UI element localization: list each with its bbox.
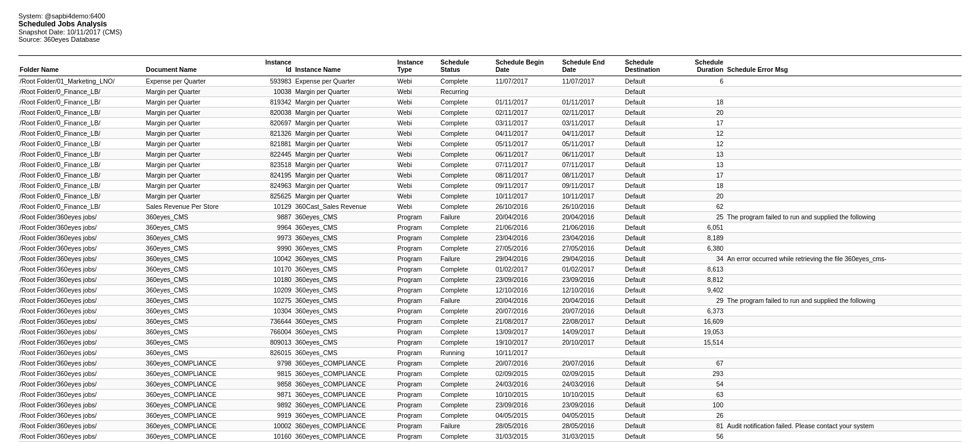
cell-instName: 360eyes_CMS [294,264,396,275]
cell-schedStatus: Complete [439,306,494,316]
cell-schedStatus: Complete [439,149,494,160]
cell-doc: 360eyes_CMS [145,337,247,348]
cell-doc: 360eyes_CMS [145,254,247,264]
cell-instName: 360eyes_CMS [294,275,396,285]
cell-instType: Program [396,222,439,233]
cell-instName: Margin per Quarter [294,87,396,97]
cell-schedDest: Default [624,191,679,202]
cell-instName: 360eyes_CMS [294,233,396,243]
cell-schedDur: 6,380 [679,243,726,254]
cell-schedDur: 29 [679,296,726,306]
cell-instId: 10002 [247,421,294,431]
cell-schedStatus: Complete [439,390,494,400]
cell-schedBegin: 20/04/2016 [494,296,561,306]
cell-schedBegin: 01/11/2017 [494,97,561,108]
cell-schedStatus: Failure [439,212,494,222]
cell-schedEnd: 12/10/2016 [561,285,623,296]
cell-schedErr [726,149,962,160]
cell-schedDest: Default [624,254,679,264]
cell-folder: /Root Folder/360eyes jobs/ [18,212,145,222]
cell-schedBegin: 20/04/2016 [494,212,561,222]
cell-schedEnd: 24/03/2016 [561,379,623,390]
cell-instType: Webi [396,191,439,202]
cell-instId: 824963 [247,181,294,191]
cell-doc: 360eyes_CMS [145,348,247,358]
cell-schedDest: Default [624,160,679,170]
col-schedule-status: ScheduleStatus [439,56,494,76]
cell-doc: 360eyes_COMPLIANCE [145,379,247,390]
cell-instId: 593983 [247,76,294,87]
cell-instType: Webi [396,76,439,87]
cell-schedDest: Default [624,264,679,275]
cell-doc: 360eyes_CMS [145,327,247,337]
cell-schedBegin: 27/05/2016 [494,243,561,254]
cell-schedDest: Default [624,181,679,191]
cell-schedStatus: Complete [439,264,494,275]
cell-schedDest: Default [624,285,679,296]
cell-schedBegin: 01/02/2017 [494,264,561,275]
cell-folder: /Root Folder/360eyes jobs/ [18,243,145,254]
table-row: /Root Folder/0_Finance_LB/Margin per Qua… [18,139,962,149]
table-row: /Root Folder/360eyes jobs/360eyes_CMS101… [18,275,962,285]
cell-instId: 9871 [247,390,294,400]
cell-doc: Margin per Quarter [145,139,247,149]
cell-schedDest: Default [624,348,679,358]
cell-doc: Margin per Quarter [145,170,247,181]
cell-schedEnd: 23/09/2016 [561,275,623,285]
cell-schedStatus: Complete [439,358,494,369]
cell-schedDur: 9,402 [679,285,726,296]
table-row: /Root Folder/360eyes jobs/360eyes_COMPLI… [18,410,962,421]
cell-schedErr [726,379,962,390]
cell-schedStatus: Failure [439,254,494,264]
cell-schedErr [726,233,962,243]
cell-schedDest: Default [624,410,679,421]
cell-schedEnd: 20/04/2016 [561,212,623,222]
cell-folder: /Root Folder/360eyes jobs/ [18,285,145,296]
cell-schedEnd: 20/07/2016 [561,358,623,369]
cell-schedEnd: 09/11/2017 [561,181,623,191]
cell-instType: Program [396,296,439,306]
cell-schedBegin: 10/11/2017 [494,191,561,202]
cell-schedErr [726,108,962,118]
cell-instName: 360eyes_CMS [294,337,396,348]
cell-schedBegin: 21/06/2016 [494,222,561,233]
col-instance-type: InstanceType [396,56,439,76]
cell-instId: 10042 [247,254,294,264]
cell-schedEnd: 01/02/2017 [561,264,623,275]
cell-instName: 360eyes_COMPLIANCE [294,379,396,390]
cell-doc: Margin per Quarter [145,191,247,202]
cell-schedDest: Default [624,306,679,316]
cell-instName: 360eyes_COMPLIANCE [294,390,396,400]
source-label: Source: 360eyes Database [18,36,962,43]
cell-instId: 824195 [247,170,294,181]
cell-schedEnd: 01/11/2017 [561,97,623,108]
cell-folder: /Root Folder/360eyes jobs/ [18,348,145,358]
cell-doc: 360eyes_CMS [145,275,247,285]
table-row: /Root Folder/360eyes jobs/360eyes_COMPLI… [18,369,962,379]
cell-folder: /Root Folder/360eyes jobs/ [18,369,145,379]
cell-schedBegin: 20/07/2016 [494,358,561,369]
cell-doc: 360eyes_COMPLIANCE [145,369,247,379]
cell-schedBegin: 02/09/2015 [494,369,561,379]
cell-instName: Margin per Quarter [294,128,396,139]
system-label: System: @sapbi4demo:6400 [18,12,962,20]
cell-instName: Margin per Quarter [294,118,396,128]
cell-schedErr [726,285,962,296]
cell-folder: /Root Folder/360eyes jobs/ [18,358,145,369]
cell-instType: Program [396,390,439,400]
cell-instName: 360eyes_CMS [294,348,396,358]
cell-instName: Margin per Quarter [294,108,396,118]
cell-folder: /Root Folder/360eyes jobs/ [18,400,145,410]
cell-folder: /Root Folder/0_Finance_LB/ [18,160,145,170]
cell-instName: 360eyes_CMS [294,222,396,233]
cell-schedStatus: Complete [439,275,494,285]
cell-schedErr [726,327,962,337]
cell-schedErr [726,202,962,212]
cell-folder: /Root Folder/360eyes jobs/ [18,296,145,306]
col-schedule-end: Schedule EndDate [561,56,623,76]
table-row: /Root Folder/360eyes jobs/360eyes_CMS102… [18,285,962,296]
table-row: /Root Folder/0_Finance_LB/Margin per Qua… [18,191,962,202]
cell-schedErr: An error occurred while retrieving the f… [726,254,962,264]
cell-instType: Program [396,327,439,337]
cell-instId: 766004 [247,327,294,337]
